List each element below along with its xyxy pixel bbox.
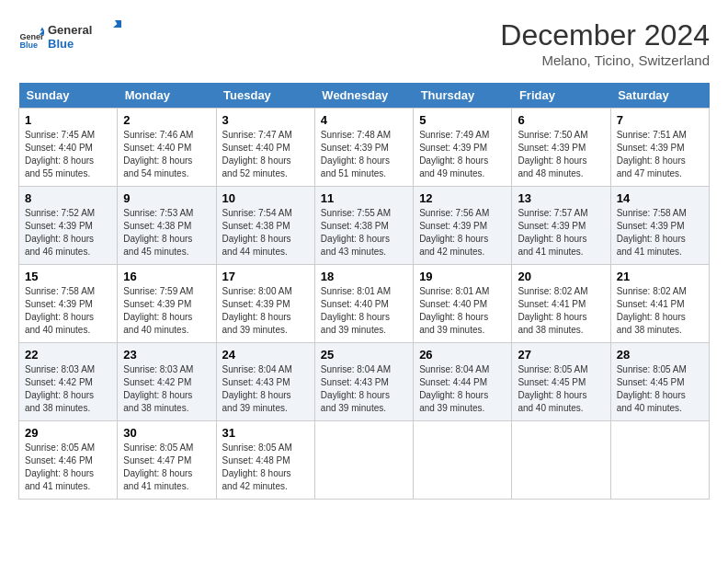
day-info: Sunrise: 7:49 AM Sunset: 4:39 PM Dayligh…: [419, 129, 506, 180]
calendar-cell: 31 Sunrise: 8:05 AM Sunset: 4:48 PM Dayl…: [216, 421, 314, 500]
day-number: 11: [321, 191, 407, 205]
calendar-cell: [414, 421, 512, 500]
day-info: Sunrise: 8:02 AM Sunset: 4:41 PM Dayligh…: [617, 285, 703, 337]
day-number: 17: [222, 270, 309, 283]
header-day-sunday: Sunday: [19, 83, 118, 109]
calendar-cell: [314, 421, 413, 500]
day-info: Sunrise: 7:55 AM Sunset: 4:38 PM Dayligh…: [321, 207, 407, 259]
day-number: 31: [222, 426, 309, 440]
logo-icon: General Blue: [18, 26, 44, 52]
header-day-tuesday: Tuesday: [216, 83, 314, 109]
calendar-cell: 11 Sunrise: 7:55 AM Sunset: 4:38 PM Dayl…: [314, 187, 413, 265]
calendar-cell: 4 Sunrise: 7:48 AM Sunset: 4:39 PM Dayli…: [314, 109, 413, 187]
header-row: SundayMondayTuesdayWednesdayThursdayFrid…: [19, 83, 710, 109]
day-number: 20: [518, 270, 604, 283]
day-info: Sunrise: 7:48 AM Sunset: 4:39 PM Dayligh…: [321, 129, 407, 180]
header-day-saturday: Saturday: [610, 83, 709, 109]
calendar-cell: 6 Sunrise: 7:50 AM Sunset: 4:39 PM Dayli…: [512, 109, 610, 187]
calendar-cell: 10 Sunrise: 7:54 AM Sunset: 4:38 PM Dayl…: [216, 187, 314, 265]
day-number: 24: [222, 348, 309, 362]
day-number: 27: [518, 348, 604, 362]
calendar-table: SundayMondayTuesdayWednesdayThursdayFrid…: [18, 83, 710, 500]
day-number: 15: [25, 270, 111, 283]
calendar-cell: 27 Sunrise: 8:05 AM Sunset: 4:45 PM Dayl…: [512, 343, 610, 421]
day-number: 23: [123, 348, 210, 362]
day-number: 22: [25, 348, 111, 362]
calendar-cell: 2 Sunrise: 7:46 AM Sunset: 4:40 PM Dayli…: [118, 109, 216, 187]
day-number: 12: [419, 191, 506, 205]
calendar-cell: 14 Sunrise: 7:58 AM Sunset: 4:39 PM Dayl…: [610, 187, 709, 265]
calendar-cell: 20 Sunrise: 8:02 AM Sunset: 4:41 PM Dayl…: [512, 265, 610, 343]
logo-svg: General Blue: [48, 18, 121, 55]
day-number: 10: [222, 191, 309, 205]
calendar-cell: 30 Sunrise: 8:05 AM Sunset: 4:47 PM Dayl…: [118, 421, 216, 500]
calendar-cell: 16 Sunrise: 7:59 AM Sunset: 4:39 PM Dayl…: [118, 265, 216, 343]
calendar-cell: 7 Sunrise: 7:51 AM Sunset: 4:39 PM Dayli…: [610, 109, 709, 187]
day-info: Sunrise: 8:05 AM Sunset: 4:48 PM Dayligh…: [222, 442, 309, 493]
day-number: 26: [419, 348, 506, 362]
calendar-cell: 24 Sunrise: 8:04 AM Sunset: 4:43 PM Dayl…: [216, 343, 314, 421]
calendar-cell: [512, 421, 610, 500]
calendar-cell: 22 Sunrise: 8:03 AM Sunset: 4:42 PM Dayl…: [19, 343, 118, 421]
calendar-cell: 25 Sunrise: 8:04 AM Sunset: 4:43 PM Dayl…: [314, 343, 413, 421]
day-number: 8: [25, 191, 111, 205]
day-info: Sunrise: 7:46 AM Sunset: 4:40 PM Dayligh…: [123, 129, 210, 180]
day-number: 1: [25, 113, 111, 127]
day-number: 13: [518, 191, 604, 205]
day-info: Sunrise: 8:03 AM Sunset: 4:42 PM Dayligh…: [25, 363, 111, 415]
day-info: Sunrise: 8:01 AM Sunset: 4:40 PM Dayligh…: [419, 285, 506, 337]
day-info: Sunrise: 8:04 AM Sunset: 4:43 PM Dayligh…: [222, 363, 309, 415]
day-number: 19: [419, 270, 506, 283]
day-info: Sunrise: 7:54 AM Sunset: 4:38 PM Dayligh…: [222, 207, 309, 259]
calendar-cell: 18 Sunrise: 8:01 AM Sunset: 4:40 PM Dayl…: [314, 265, 413, 343]
day-info: Sunrise: 8:05 AM Sunset: 4:45 PM Dayligh…: [518, 363, 604, 415]
day-number: 4: [321, 113, 407, 127]
svg-text:Blue: Blue: [19, 40, 38, 50]
day-info: Sunrise: 7:59 AM Sunset: 4:39 PM Dayligh…: [123, 285, 210, 337]
page-header: General Blue General Blue December 2024 …: [18, 18, 710, 68]
calendar-cell: 9 Sunrise: 7:53 AM Sunset: 4:38 PM Dayli…: [118, 187, 216, 265]
day-info: Sunrise: 7:45 AM Sunset: 4:40 PM Dayligh…: [25, 129, 111, 180]
day-number: 5: [419, 113, 506, 127]
calendar-cell: [610, 421, 709, 500]
day-info: Sunrise: 7:58 AM Sunset: 4:39 PM Dayligh…: [617, 207, 703, 259]
day-number: 25: [321, 348, 407, 362]
day-info: Sunrise: 7:56 AM Sunset: 4:39 PM Dayligh…: [419, 207, 506, 259]
calendar-cell: 5 Sunrise: 7:49 AM Sunset: 4:39 PM Dayli…: [414, 109, 512, 187]
calendar-cell: 28 Sunrise: 8:05 AM Sunset: 4:45 PM Dayl…: [610, 343, 709, 421]
calendar-week-5: 29 Sunrise: 8:05 AM Sunset: 4:46 PM Dayl…: [19, 421, 710, 500]
title-section: December 2024 Melano, Ticino, Switzerlan…: [500, 18, 710, 68]
calendar-cell: 3 Sunrise: 7:47 AM Sunset: 4:40 PM Dayli…: [216, 109, 314, 187]
day-info: Sunrise: 7:58 AM Sunset: 4:39 PM Dayligh…: [25, 285, 111, 337]
calendar-cell: 29 Sunrise: 8:05 AM Sunset: 4:46 PM Dayl…: [19, 421, 118, 500]
day-info: Sunrise: 7:50 AM Sunset: 4:39 PM Dayligh…: [518, 129, 604, 180]
day-number: 18: [321, 270, 407, 283]
calendar-cell: 1 Sunrise: 7:45 AM Sunset: 4:40 PM Dayli…: [19, 109, 118, 187]
header-day-thursday: Thursday: [414, 83, 512, 109]
day-number: 3: [222, 113, 309, 127]
calendar-week-3: 15 Sunrise: 7:58 AM Sunset: 4:39 PM Dayl…: [19, 265, 710, 343]
day-number: 9: [123, 191, 210, 205]
day-info: Sunrise: 7:51 AM Sunset: 4:39 PM Dayligh…: [617, 129, 703, 180]
day-info: Sunrise: 8:01 AM Sunset: 4:40 PM Dayligh…: [321, 285, 407, 337]
day-info: Sunrise: 7:47 AM Sunset: 4:40 PM Dayligh…: [222, 129, 309, 180]
day-number: 30: [123, 426, 210, 440]
day-number: 7: [617, 113, 703, 127]
day-info: Sunrise: 8:02 AM Sunset: 4:41 PM Dayligh…: [518, 285, 604, 337]
header-day-friday: Friday: [512, 83, 610, 109]
month-title: December 2024: [500, 18, 710, 52]
day-info: Sunrise: 7:52 AM Sunset: 4:39 PM Dayligh…: [25, 207, 111, 259]
day-info: Sunrise: 8:04 AM Sunset: 4:43 PM Dayligh…: [321, 363, 407, 415]
day-number: 21: [617, 270, 703, 283]
calendar-cell: 26 Sunrise: 8:04 AM Sunset: 4:44 PM Dayl…: [414, 343, 512, 421]
calendar-cell: 8 Sunrise: 7:52 AM Sunset: 4:39 PM Dayli…: [19, 187, 118, 265]
calendar-week-4: 22 Sunrise: 8:03 AM Sunset: 4:42 PM Dayl…: [19, 343, 710, 421]
calendar-cell: 15 Sunrise: 7:58 AM Sunset: 4:39 PM Dayl…: [19, 265, 118, 343]
calendar-cell: 21 Sunrise: 8:02 AM Sunset: 4:41 PM Dayl…: [610, 265, 709, 343]
day-number: 2: [123, 113, 210, 127]
day-info: Sunrise: 7:53 AM Sunset: 4:38 PM Dayligh…: [123, 207, 210, 259]
day-info: Sunrise: 8:05 AM Sunset: 4:46 PM Dayligh…: [25, 442, 111, 493]
svg-text:Blue: Blue: [48, 37, 74, 51]
day-info: Sunrise: 7:57 AM Sunset: 4:39 PM Dayligh…: [518, 207, 604, 259]
day-number: 6: [518, 113, 604, 127]
